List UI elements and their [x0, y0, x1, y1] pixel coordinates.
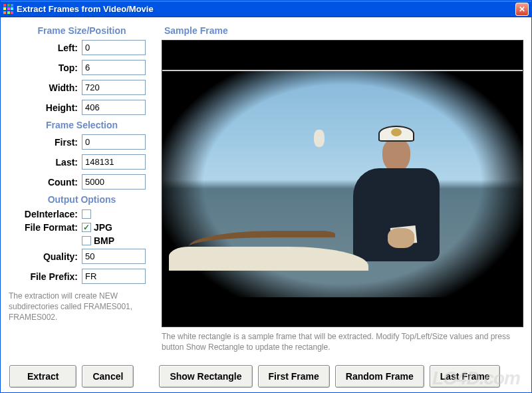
person-head — [382, 139, 410, 172]
count-label: Count: — [9, 177, 82, 188]
boat-rail — [189, 231, 335, 247]
count-input[interactable] — [82, 174, 146, 190]
extraction-note: The extraction will create NEW subdirect… — [9, 291, 155, 323]
height-field-row: Height: — [9, 100, 155, 115]
first-field-row: First: — [9, 134, 155, 150]
jpg-checkbox[interactable] — [82, 223, 91, 232]
last-label: Last: — [9, 157, 82, 168]
fileformat-label: File Format: — [9, 222, 82, 233]
left-label: Left: — [9, 43, 82, 53]
left-input[interactable] — [82, 40, 146, 55]
left-panel: Frame Size/Position Left: Top: Width: He… — [9, 23, 162, 352]
quality-input[interactable] — [82, 249, 146, 264]
output-options-heading: Output Options — [9, 194, 155, 205]
height-label: Height: — [9, 102, 82, 113]
sample-frame-preview — [162, 40, 523, 327]
sample-caption: The white rectangle is a sample frame th… — [162, 331, 523, 352]
boat — [169, 224, 368, 271]
count-field-row: Count: — [9, 174, 155, 190]
mast-object — [314, 130, 325, 147]
close-icon: ✕ — [519, 5, 525, 14]
height-input[interactable] — [82, 100, 146, 115]
last-field-row: Last: — [9, 154, 155, 170]
show-rectangle-button[interactable]: Show Rectangle — [159, 365, 252, 388]
first-label: First: — [9, 137, 82, 148]
prefix-label: File Prefix: — [9, 271, 82, 282]
bmp-label: BMP — [94, 235, 114, 246]
button-bar: Extract Cancel Show Rectangle First Fram… — [0, 365, 532, 388]
letterbox-top — [162, 41, 523, 70]
first-input[interactable] — [82, 134, 146, 150]
last-frame-button[interactable]: Last Frame — [430, 365, 501, 388]
cancel-button[interactable]: Cancel — [82, 365, 134, 388]
frame-image — [162, 70, 523, 297]
frame-size-heading: Frame Size/Position — [9, 25, 155, 36]
prefix-input[interactable] — [82, 269, 146, 284]
first-frame-button[interactable]: First Frame — [258, 365, 330, 388]
deinterlace-label: DeInterlace: — [9, 209, 82, 219]
top-label: Top: — [9, 63, 82, 73]
window-title: Extract Frames from Video/Movie — [17, 4, 515, 14]
quality-label: Quality: — [9, 251, 82, 262]
person-hands — [388, 228, 414, 248]
frame-selection-heading: Frame Selection — [9, 120, 155, 130]
prefix-field-row: File Prefix: — [9, 269, 155, 284]
top-field-row: Top: — [9, 60, 155, 75]
sample-frame-heading: Sample Frame — [162, 25, 523, 36]
titlebar: Extract Frames from Video/Movie ✕ — [1, 1, 531, 17]
width-field-row: Width: — [9, 80, 155, 95]
bmp-checkbox[interactable] — [82, 236, 91, 245]
fileformat-bmp-row: BMP — [9, 235, 155, 246]
letterbox-bottom — [162, 297, 523, 327]
content-area: Frame Size/Position Left: Top: Width: He… — [1, 17, 531, 355]
fileformat-jpg-row: File Format: JPG — [9, 222, 155, 233]
app-icon — [3, 4, 14, 15]
right-panel: Sample Frame — [162, 23, 523, 352]
quality-field-row: Quality: — [9, 249, 155, 264]
boat-hull — [169, 247, 368, 271]
deinterlace-checkbox[interactable] — [82, 209, 91, 219]
extract-button[interactable]: Extract — [9, 365, 76, 388]
jpg-label: JPG — [94, 222, 112, 233]
captain-hat — [378, 126, 414, 142]
left-field-row: Left: — [9, 40, 155, 55]
width-label: Width: — [9, 82, 82, 93]
top-input[interactable] — [82, 60, 146, 75]
width-input[interactable] — [82, 80, 146, 95]
deinterlace-row: DeInterlace: — [9, 209, 155, 219]
dialog-window: Extract Frames from Video/Movie ✕ Frame … — [0, 0, 532, 393]
random-frame-button[interactable]: Random Frame — [335, 365, 424, 388]
last-input[interactable] — [82, 154, 146, 170]
close-button[interactable]: ✕ — [515, 3, 529, 16]
